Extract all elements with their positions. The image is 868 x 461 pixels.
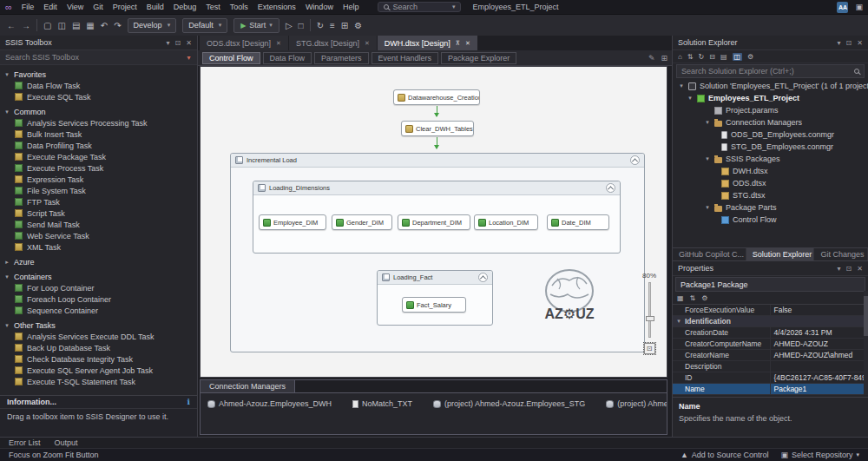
account-avatar[interactable]: AA [837, 2, 848, 13]
dock-icon[interactable]: ⊡ [175, 39, 181, 47]
property-row[interactable]: CreatorComputerName AHMED-AZOUZ [673, 339, 868, 350]
tab-output[interactable]: Output [55, 438, 78, 447]
menu-edit[interactable]: Edit [39, 3, 62, 11]
collapse-button[interactable] [606, 183, 615, 193]
container-header[interactable]: Incremental Load [231, 154, 644, 168]
sync-with-active-document-icon[interactable]: ◫ [733, 53, 743, 61]
property-row-selected[interactable]: Name Package1 [673, 384, 868, 395]
dock-icon[interactable]: ⊡ [846, 265, 852, 273]
task-date-dim[interactable]: Date_DIM [547, 214, 609, 230]
redo-icon[interactable]: ↷ [114, 21, 121, 30]
toolbox-section-other-tasks[interactable]: ▾Other Tasks [0, 319, 197, 331]
toolbox-item[interactable]: Bulk Insert Task [0, 128, 197, 140]
toolbox-item[interactable]: Expression Task [0, 174, 197, 185]
home-icon[interactable]: ⌂ [678, 53, 682, 61]
menu-test[interactable]: Test [201, 3, 225, 11]
property-value[interactable]: False [771, 306, 868, 314]
close-icon[interactable]: ✕ [186, 39, 192, 47]
toolbox-search-input[interactable] [5, 53, 186, 62]
connection-manager-item[interactable]: Ahmed-Azouz.Employees_DWH [207, 399, 332, 408]
view-tab-control-flow[interactable]: Control Flow [202, 52, 260, 64]
toolbox-item[interactable]: FTP Task [0, 196, 197, 207]
close-icon[interactable]: ✕ [857, 265, 863, 273]
task-datawarehouse-creation[interactable]: Datawarehouse_Creation [393, 89, 480, 105]
task-fact-salary[interactable]: Fact_Salary [402, 297, 466, 313]
solution-platform-dropdown[interactable]: Default ▾ [182, 18, 227, 33]
expander-icon[interactable]: ▾ [704, 155, 711, 162]
tree-item-stg-dtsx[interactable]: STG.dtsx [673, 189, 868, 201]
tab-github-copilot[interactable]: GitHub Copilot C... [673, 248, 746, 260]
start-debugging-button[interactable]: ▶ Start ▾ [233, 18, 279, 33]
navigate-back-icon[interactable]: ← [7, 21, 16, 30]
tree-item-ssis-packages[interactable]: ▾SSIS Packages [673, 153, 868, 165]
save-icon[interactable]: ▤ [72, 21, 80, 30]
global-search-box[interactable]: Search ▾ [378, 2, 461, 12]
solution-explorer-search[interactable] [676, 64, 865, 78]
show-all-files-icon[interactable]: ▤ [720, 53, 727, 61]
property-row[interactable]: ID {4BC26127-AC85-40F7-849 [673, 372, 868, 384]
toolbox-item[interactable]: File System Task [0, 185, 197, 196]
close-icon[interactable]: ✕ [365, 40, 370, 47]
menu-debug[interactable]: Debug [169, 3, 201, 11]
connection-manager-item[interactable]: NoMatch_TXT [352, 399, 412, 408]
zoom-fit-button[interactable]: ⊡ [644, 343, 655, 354]
collapse-button[interactable] [478, 273, 488, 282]
toolbox-section-favorites[interactable]: ▾Favorites [0, 69, 197, 80]
tab-error-list[interactable]: Error List [9, 438, 41, 447]
connection-manager-item[interactable]: (project) Ahmed-Azouz_Employees_ODS [606, 399, 667, 408]
property-row[interactable]: CreatorName AHMED-AZOUZ\ahmed [673, 350, 868, 361]
feedback-icon[interactable]: ▣ [855, 3, 863, 11]
add-to-source-control-button[interactable]: ▲ Add to Source Control [681, 451, 768, 459]
chevron-down-icon[interactable]: ▾ [167, 39, 170, 47]
property-value[interactable]: AHMED-AZOUZ [771, 339, 868, 348]
toolbox-item[interactable]: Analysis Services Processing Task [0, 117, 197, 128]
toolbox-section-containers[interactable]: ▾Containers [0, 271, 197, 282]
task-employee-dim[interactable]: Employee_DIM [259, 214, 326, 230]
menu-window[interactable]: Window [301, 3, 338, 11]
outline-icon[interactable]: ≡ [330, 21, 335, 30]
tree-item-solution[interactable]: ▾Solution 'Employees_ETL_Project' (1 of … [673, 80, 868, 92]
tab-git-changes[interactable]: Git Changes [814, 248, 868, 260]
menu-extensions[interactable]: Extensions [253, 3, 300, 11]
refresh-icon[interactable]: ↻ [699, 53, 705, 61]
tree-item-ods-conmgr[interactable]: ODS_DB_Employees.conmgr [673, 128, 868, 141]
expander-icon[interactable]: ▾ [678, 82, 685, 89]
tree-item-stg-conmgr[interactable]: STG_DB_Employees.conmgr [673, 141, 868, 153]
expander-icon[interactable]: ▾ [704, 119, 711, 126]
alphabetical-icon[interactable]: ⇅ [690, 294, 696, 302]
save-all-icon[interactable]: ▦ [86, 21, 94, 30]
property-value[interactable]: AHMED-AZOUZ\ahmed [771, 351, 868, 359]
toolbox-item[interactable]: Send Mail Task [0, 219, 197, 230]
toolbox-item[interactable]: Data Profiling Task [0, 140, 197, 151]
close-icon[interactable]: ✕ [276, 40, 281, 47]
property-category-row[interactable]: ▾Identification [673, 316, 868, 327]
undo-icon[interactable]: ↶ [101, 21, 108, 30]
toolbox-item[interactable]: Execute Process Task [0, 162, 197, 174]
menu-file[interactable]: File [17, 3, 39, 11]
toolbox-item[interactable]: Execute Package Task [0, 151, 197, 162]
close-icon[interactable]: ✕ [465, 40, 470, 47]
property-row[interactable]: CreationDate 4/4/2026 4:31 PM [673, 327, 868, 339]
container-header[interactable]: Loading_Fact [378, 271, 492, 285]
container-header[interactable]: Loading_Dimensions [253, 181, 620, 195]
tree-item-control-flow[interactable]: Control Flow [673, 214, 868, 226]
start-without-debugging-icon[interactable]: ▷ [286, 21, 293, 30]
connection-managers-tab[interactable]: Connection Managers [201, 380, 295, 392]
view-tab-package-explorer[interactable]: Package Explorer [441, 52, 516, 64]
new-file-icon[interactable]: ▢ [43, 21, 51, 30]
toolbox-item[interactable]: Sequence Container [0, 305, 197, 316]
toolbox-item[interactable]: Web Service Task [0, 230, 197, 241]
toolbox-item[interactable]: Execute SQL Server Agent Job Task [0, 365, 197, 376]
property-value[interactable]: {4BC26127-AC85-40F7-849 [771, 373, 868, 382]
menu-build[interactable]: Build [142, 3, 168, 11]
toolbox-item[interactable]: For Loop Container [0, 282, 197, 293]
dock-icon[interactable]: ⊡ [846, 39, 852, 47]
edit-icon[interactable]: ✎ [648, 54, 655, 63]
toolbox-item[interactable]: Back Up Database Task [0, 342, 197, 353]
toolbox-section-azure[interactable]: ▸Azure [0, 256, 197, 267]
properties-icon[interactable]: ⚙ [747, 53, 753, 61]
toolbox-search[interactable]: ▼ [0, 50, 197, 65]
menu-help[interactable]: Help [339, 3, 364, 11]
expander-icon[interactable]: ▾ [675, 318, 682, 325]
toolbox-section-common[interactable]: ▾Common [0, 106, 197, 117]
